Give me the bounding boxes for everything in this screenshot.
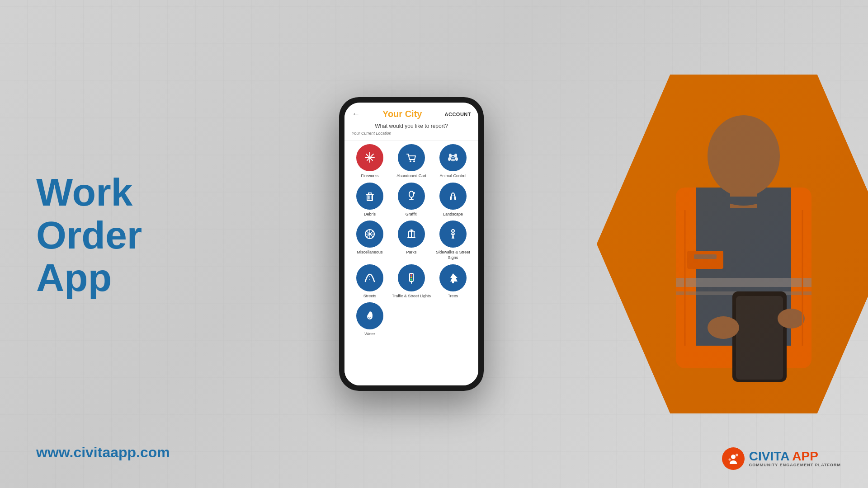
svg-point-9 xyxy=(410,160,411,162)
category-parks[interactable]: Parks xyxy=(392,221,431,260)
category-animal-control[interactable]: Animal Control xyxy=(433,144,473,179)
svg-point-53 xyxy=(731,455,736,459)
streets-label: Streets xyxy=(363,294,377,299)
svg-point-15 xyxy=(455,157,458,161)
app-title: Work Order App xyxy=(36,171,235,299)
location-label: Your Current Location xyxy=(352,131,471,136)
debris-icon xyxy=(356,183,383,210)
traffic-icon xyxy=(398,264,425,291)
category-grid: Fireworks Abandoned Cart xyxy=(350,144,473,337)
center-section: ← Your City ACCOUNT What would you like … xyxy=(271,97,552,391)
report-subtitle: What would you like to report? xyxy=(352,123,471,129)
abandoned-cart-icon xyxy=(398,144,425,171)
sidewalks-label: Sidewalks & Street Signs xyxy=(433,250,473,260)
civita-text: CIVITA APP COMMUNITY ENGAGEMENT PLATFORM xyxy=(749,450,841,467)
streets-icon xyxy=(356,264,383,291)
category-sidewalks[interactable]: Sidewalks & Street Signs xyxy=(433,221,473,260)
svg-point-17 xyxy=(452,157,453,158)
graffiti-label: Graffiti xyxy=(406,212,417,217)
svg-point-32 xyxy=(410,274,412,276)
svg-line-3 xyxy=(366,154,368,156)
phone-content: Fireworks Abandoned Cart xyxy=(344,141,478,385)
category-trees[interactable]: Trees xyxy=(433,264,473,299)
debris-label: Debris xyxy=(364,212,376,217)
phone-app-title: Your City xyxy=(360,109,445,119)
phone-screen: ← Your City ACCOUNT What would you like … xyxy=(344,103,478,385)
landscape-icon xyxy=(439,183,467,210)
svg-point-55 xyxy=(728,459,731,461)
svg-line-4 xyxy=(371,154,373,156)
website-url: www.civitaapp.com xyxy=(36,444,170,461)
svg-point-10 xyxy=(413,160,415,162)
parks-label: Parks xyxy=(406,250,416,255)
svg-point-24 xyxy=(413,192,415,194)
civita-icon xyxy=(722,447,745,470)
category-water[interactable]: Water xyxy=(350,302,390,337)
trees-label: Trees xyxy=(448,294,458,299)
fireworks-label: Fireworks xyxy=(361,174,378,179)
svg-point-54 xyxy=(736,454,738,456)
svg-point-13 xyxy=(454,154,457,157)
category-abandoned-cart[interactable]: Abandoned Cart xyxy=(392,144,431,179)
landscape-label: Landscape xyxy=(443,212,463,217)
trees-icon xyxy=(439,264,467,291)
svg-line-6 xyxy=(367,159,369,160)
back-button[interactable]: ← xyxy=(352,109,360,119)
worker-illustration xyxy=(597,75,868,413)
svg-rect-26 xyxy=(411,230,412,237)
svg-point-23 xyxy=(409,191,414,197)
animal-control-icon xyxy=(439,144,467,171)
fireworks-icon xyxy=(356,144,383,171)
abandoned-cart-label: Abandoned Cart xyxy=(396,174,426,179)
category-graffiti[interactable]: Graffiti xyxy=(392,183,431,217)
category-miscellaneous[interactable]: Miscellaneous xyxy=(350,221,390,260)
water-icon xyxy=(356,302,383,329)
miscellaneous-icon xyxy=(356,221,383,248)
miscellaneous-label: Miscellaneous xyxy=(357,250,382,255)
category-traffic[interactable]: Traffic & Street Lights xyxy=(392,264,431,299)
graffiti-icon xyxy=(398,183,425,210)
civita-brand-name: CIVITA APP xyxy=(749,450,841,463)
parks-icon xyxy=(398,221,425,248)
hexagon-container xyxy=(597,75,868,413)
main-container: Work Order App www.civitaapp.com ← Your … xyxy=(0,0,868,488)
category-debris[interactable]: Debris xyxy=(350,183,390,217)
water-label: Water xyxy=(364,332,375,337)
civita-sub-text: COMMUNITY ENGAGEMENT PLATFORM xyxy=(749,463,841,467)
phone-mockup: ← Your City ACCOUNT What would you like … xyxy=(339,97,484,391)
svg-point-18 xyxy=(453,157,454,158)
svg-point-34 xyxy=(410,279,412,281)
phone-header: ← Your City ACCOUNT What would you like … xyxy=(344,103,478,141)
sidewalks-icon xyxy=(439,221,467,248)
civita-logo-icon xyxy=(726,451,741,466)
svg-line-7 xyxy=(371,159,373,160)
traffic-label: Traffic & Street Lights xyxy=(392,294,431,299)
category-landscape[interactable]: Landscape xyxy=(433,183,473,217)
svg-rect-36 xyxy=(452,282,454,283)
account-button[interactable]: ACCOUNT xyxy=(445,112,472,117)
category-streets[interactable]: Streets xyxy=(350,264,390,299)
svg-rect-52 xyxy=(597,75,868,413)
svg-point-14 xyxy=(448,157,451,161)
svg-point-33 xyxy=(410,277,412,278)
worker-hexagon xyxy=(597,75,868,413)
right-section xyxy=(552,0,868,488)
category-fireworks[interactable]: Fireworks xyxy=(350,144,390,179)
animal-control-label: Animal Control xyxy=(439,174,466,179)
left-section: Work Order App www.civitaapp.com xyxy=(0,0,271,488)
svg-point-12 xyxy=(449,154,452,157)
civita-logo: CIVITA APP COMMUNITY ENGAGEMENT PLATFORM xyxy=(722,447,841,470)
phone-nav: ← Your City ACCOUNT xyxy=(352,109,471,119)
